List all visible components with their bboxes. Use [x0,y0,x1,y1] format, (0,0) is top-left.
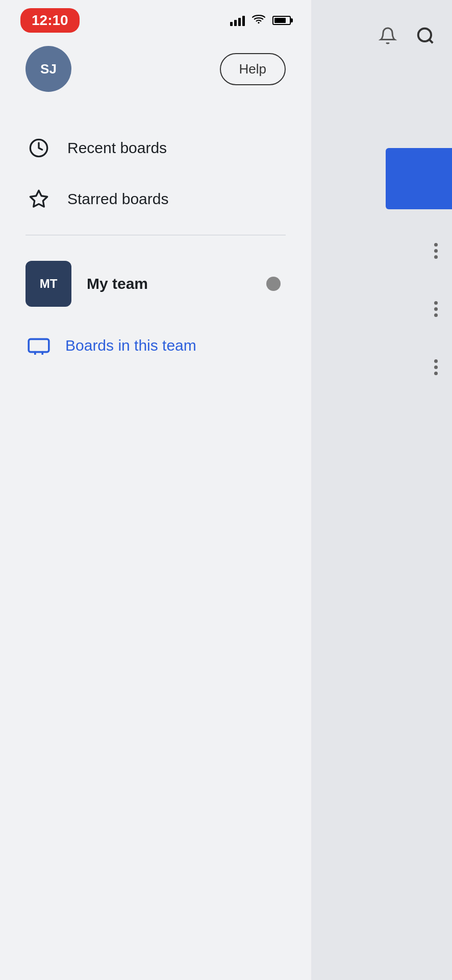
recent-boards-item[interactable]: Recent boards [26,122,286,174]
team-section: MT My team Boards in this team [26,251,286,369]
boards-in-team-label: Boards in this team [65,337,196,354]
user-avatar[interactable]: SJ [26,46,71,92]
context-menu-1[interactable] [434,243,438,259]
background-panel [311,0,452,980]
signal-strength-icon [230,15,245,26]
starred-boards-item[interactable]: Starred boards [26,174,286,225]
wifi-icon [252,14,265,27]
svg-line-1 [429,39,433,43]
drawer-header: SJ Help [26,46,286,92]
team-row[interactable]: MT My team [26,251,286,317]
team-avatar: MT [26,261,71,307]
status-bar: 12:10 [0,0,311,41]
svg-point-0 [418,29,431,41]
starred-boards-label: Starred boards [67,190,168,208]
team-name: My team [87,275,148,292]
recent-boards-label: Recent boards [67,139,167,157]
notification-icon[interactable] [376,24,399,47]
help-button[interactable]: Help [220,53,286,85]
svg-point-2 [258,22,259,23]
team-indicator-dot [266,277,281,291]
svg-rect-5 [29,339,49,352]
context-menu-3[interactable] [434,359,438,375]
boards-in-team-link[interactable]: Boards in this team [26,322,286,369]
section-divider [26,235,286,235]
blue-block [386,148,452,209]
navigation-drawer: 12:10 SJ Help [0,0,311,980]
search-icon[interactable] [414,24,437,47]
star-icon [26,186,52,212]
clock-icon [26,135,52,161]
right-panel-header [311,0,452,71]
svg-marker-4 [30,190,47,207]
boards-icon [26,332,52,359]
time-display: 12:10 [20,8,80,33]
context-menu-2[interactable] [434,301,438,317]
battery-icon [272,16,291,25]
status-icons [230,14,291,27]
